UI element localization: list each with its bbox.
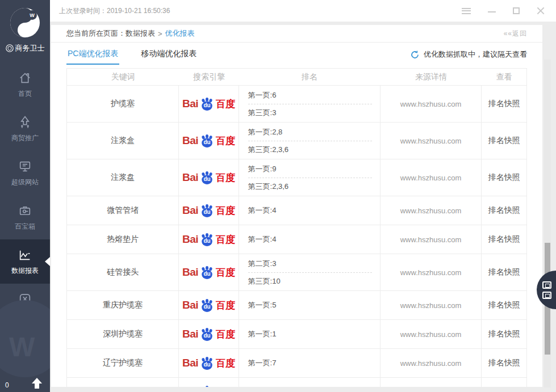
keyword-cell: 护缆塞 xyxy=(67,86,179,122)
source-cell: www.hszhusu.com xyxy=(381,123,482,159)
rank-cell: 第一页:2,8第三页:2,3,6 xyxy=(239,123,381,159)
qr-square-icon xyxy=(542,292,551,299)
rank-snapshot-link[interactable]: 排名快照 xyxy=(488,358,520,368)
baidu-cn-text: 百度 xyxy=(216,328,235,341)
source-cell: www.hszhusu.com xyxy=(381,196,482,225)
baidu-du-text: du xyxy=(203,238,210,244)
refresh-icon xyxy=(410,50,420,60)
view-cell: 排名快照 xyxy=(482,320,526,348)
active-item-notch xyxy=(45,257,50,266)
search-engine-cell: Bai du 百度 xyxy=(179,378,239,387)
sidebar-item-label: 数据报表 xyxy=(11,266,39,276)
rank-cell: 第一页:6第三页:3 xyxy=(239,86,381,122)
table-row: 热熔垫片 Bai du 百度 第一页:4 www.hszhusu.com 排名 xyxy=(67,225,526,254)
baidu-logo: Bai du 百度 xyxy=(182,298,235,313)
shield-badge-icon xyxy=(6,44,14,52)
baidu-cn-text: 百度 xyxy=(216,357,235,370)
rank-snapshot-link[interactable]: 排名快照 xyxy=(488,234,520,245)
baidu-paw-icon: du xyxy=(199,298,215,313)
search-engine-cell: Bai du 百度 xyxy=(179,254,239,290)
baidu-paw-icon: du xyxy=(199,203,215,218)
keyword-cell: 微管管堵 xyxy=(67,196,179,225)
baidu-du-text: du xyxy=(203,102,210,108)
rank-cell: 第一页:5 xyxy=(239,291,381,319)
rank-snapshot-link[interactable]: 排名快照 xyxy=(488,329,520,339)
baidu-logo: Bai du 百度 xyxy=(182,96,235,112)
source-cell: www.hszhusu.com xyxy=(381,254,482,290)
rank-snapshot-link[interactable]: 排名快照 xyxy=(488,300,520,310)
source-cell: www.hszhusu.com xyxy=(381,349,482,377)
back-link[interactable]: ««返回 xyxy=(504,29,527,39)
sidebar-item-website[interactable]: 超级网站 xyxy=(0,151,50,195)
tab-bar: PC端优化报表 移动端优化报表 优化数据抓取中，建议隔天查看 xyxy=(51,43,542,65)
rank-snapshot-link[interactable]: 排名快照 xyxy=(488,99,520,109)
home-icon xyxy=(18,71,32,85)
breadcrumb: 您当前所在页面：数据报表 > 优化报表 ««返回 xyxy=(51,25,542,43)
baidu-bai-text: Bai xyxy=(182,386,198,387)
baidu-du-text: du xyxy=(203,361,210,368)
search-engine-cell: Bai du 百度 xyxy=(179,196,239,225)
collapse-up-arrow-icon[interactable] xyxy=(32,378,42,389)
baidu-bai-text: Bai xyxy=(182,171,198,184)
keyword-cell: 注浆盘 xyxy=(67,159,179,196)
keyword-cell: 重庆护缆塞 xyxy=(67,291,179,319)
rank-cell: 第一页:7 xyxy=(239,349,381,377)
sidebar-item-data-report[interactable]: 数据报表 xyxy=(0,239,50,284)
baidu-paw-icon: du xyxy=(199,133,215,149)
rank-snapshot-link[interactable]: 排名快照 xyxy=(488,267,520,277)
rank-snapshot-link[interactable]: 排名快照 xyxy=(488,205,520,216)
breadcrumb-section: 数据报表 xyxy=(126,28,155,39)
search-engine-cell: Bai du 百度 xyxy=(179,349,239,377)
sidebar-item-toolbox[interactable]: 百宝箱 xyxy=(0,195,50,239)
table-row: 注浆盒 Bai du 百度 第一页:2,8第三页:2,3,6 www.hszhu… xyxy=(67,123,526,159)
sidebar-item-promotion[interactable]: 商贸推广 xyxy=(0,107,50,151)
view-cell: 排名快照 xyxy=(482,86,526,122)
minimize-icon[interactable] xyxy=(488,11,496,12)
rank-snapshot-link[interactable]: 排名快照 xyxy=(488,172,520,183)
qr-square-icon xyxy=(542,281,551,289)
baidu-bai-text: Bai xyxy=(182,266,198,279)
baidu-bai-text: Bai xyxy=(182,299,198,311)
baidu-paw-icon: du xyxy=(199,385,215,387)
tab-pc-report[interactable]: PC端优化报表 xyxy=(66,49,119,65)
fetch-status-text: 优化数据抓取中，建议隔天查看 xyxy=(424,49,527,60)
header-source: 来源详情 xyxy=(380,72,482,82)
baidu-cn-text: 百度 xyxy=(216,233,235,246)
baidu-cn-text: 百度 xyxy=(216,134,235,147)
rank-line: 第一页:9 xyxy=(248,161,372,178)
baidu-bai-text: Bai xyxy=(182,204,198,217)
tab-mobile-report[interactable]: 移动端优化报表 xyxy=(140,49,198,65)
rank-snapshot-link[interactable]: 排名快照 xyxy=(488,136,520,146)
baidu-logo: Bai du 百度 xyxy=(182,327,235,342)
sidebar: W 商务卫士 首页 商贸推广 xyxy=(0,0,50,392)
menu-icon[interactable] xyxy=(462,8,471,14)
header-search-engine: 搜索引擎 xyxy=(179,72,239,82)
keyword-cell: 深圳护缆塞 xyxy=(67,320,179,348)
sidebar-bottom-bar: 0 xyxy=(0,378,50,389)
baidu-du-text: du xyxy=(203,209,210,215)
source-cell: www.hszhusu.com xyxy=(381,320,482,348)
search-engine-cell: Bai du 百度 xyxy=(179,159,239,196)
search-engine-cell: Bai du 百度 xyxy=(179,123,239,159)
baidu-paw-icon: du xyxy=(199,356,215,371)
rank-cell: 第一页:4 xyxy=(239,196,381,225)
main-panel: 您当前所在页面：数据报表 > 优化报表 ««返回 PC端优化报表 移动端优化报表… xyxy=(51,25,542,387)
watermark-letter: W xyxy=(9,331,35,363)
sidebar-item-home[interactable]: 首页 xyxy=(0,62,50,107)
maximize-icon[interactable] xyxy=(513,7,520,14)
search-engine-cell: Bai du 百度 xyxy=(179,86,239,122)
app-logo-icon: W xyxy=(10,7,40,38)
table-row: 深圳护缆塞 Bai du 百度 第一页:1 www.hszhusu.com 排 xyxy=(67,320,526,349)
window-controls xyxy=(462,7,545,15)
message-count: 0 xyxy=(5,381,9,389)
close-icon[interactable] xyxy=(537,7,545,15)
titlebar: 上次登录时间：2019-10-21 16:50:36 xyxy=(50,0,556,22)
rank-line: 第一页:4 xyxy=(248,202,372,219)
breadcrumb-current-link[interactable]: 优化报表 xyxy=(165,28,195,39)
keyword-cell: 热熔垫片 xyxy=(67,225,179,254)
brand-label: 商务卫士 xyxy=(15,43,45,53)
vertical-scrollbar-track[interactable] xyxy=(544,60,551,387)
baidu-bai-text: Bai xyxy=(182,357,198,369)
rank-cell: 第一页:4 xyxy=(239,225,381,254)
rank-line: 第三页:2,3,6 xyxy=(248,178,372,195)
